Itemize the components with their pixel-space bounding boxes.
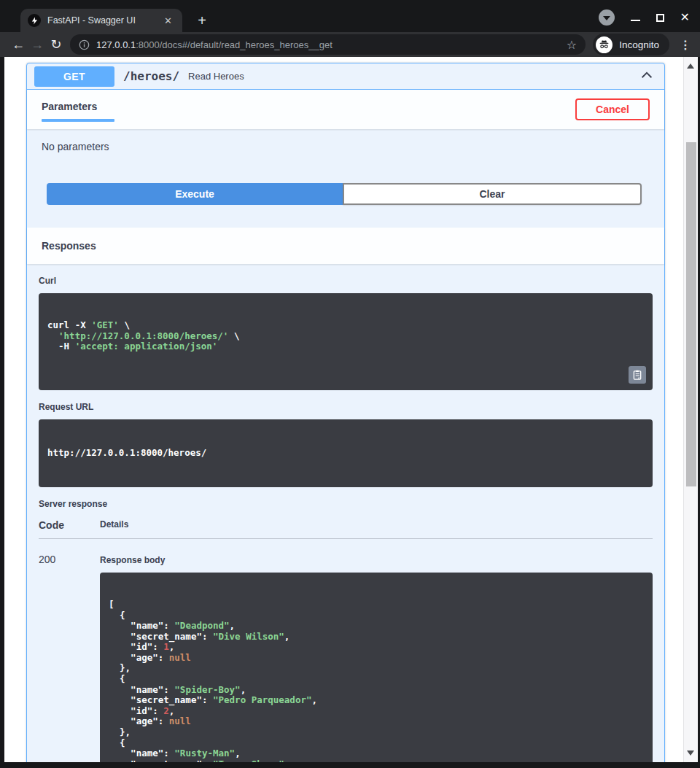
browser-window: FastAPI - Swagger UI ✕ + ✕ ← → ↻ 127.0.0… bbox=[0, 0, 700, 768]
code-line: "age": null bbox=[109, 716, 644, 727]
fastapi-favicon-icon bbox=[28, 14, 41, 27]
new-tab-button[interactable]: + bbox=[192, 12, 211, 31]
code-line: "name": "Deadpond", bbox=[109, 621, 644, 632]
server-response-label: Server response bbox=[39, 499, 653, 509]
response-body-json: [ { "name": "Deadpond", "secret_name": "… bbox=[109, 600, 644, 762]
status-code: 200 bbox=[39, 554, 100, 762]
operation-path: /heroes/ bbox=[123, 69, 179, 83]
titlebar: FastAPI - Swagger UI ✕ + ✕ bbox=[0, 0, 700, 32]
active-tab-underline bbox=[42, 119, 114, 122]
maximize-button[interactable] bbox=[656, 14, 664, 22]
code-line: [ bbox=[109, 600, 644, 610]
back-icon[interactable]: ← bbox=[9, 37, 28, 53]
forward-icon[interactable]: → bbox=[28, 37, 47, 53]
scroll-up-icon[interactable] bbox=[687, 63, 694, 69]
url-path: :8000/docs#/default/read_heroes_heroes__… bbox=[136, 39, 332, 50]
responses-body: Curl curl -X 'GET' \ 'http://127.0.0.1:8… bbox=[27, 276, 664, 762]
parameters-title: Parameters bbox=[42, 101, 114, 112]
responses-title: Responses bbox=[42, 240, 96, 252]
window-close-button[interactable]: ✕ bbox=[680, 12, 690, 23]
copy-curl-button[interactable] bbox=[629, 366, 646, 384]
code-line: { bbox=[109, 674, 644, 685]
browser-update-icon[interactable] bbox=[599, 9, 615, 26]
incognito-icon bbox=[596, 36, 612, 53]
response-details-cell: Response body [ { "name": "Deadpond", "s… bbox=[100, 554, 653, 762]
window-controls: ✕ bbox=[599, 9, 690, 26]
execute-button-row: Execute Clear bbox=[47, 183, 642, 205]
page-viewport: GET /heroes/ Read Heroes Parameters Canc… bbox=[4, 57, 698, 762]
reload-icon[interactable]: ↻ bbox=[47, 36, 66, 53]
code-line: 'http://127.0.0.1:8000/heroes/' \ bbox=[47, 331, 644, 342]
details-column-header: Details bbox=[100, 519, 128, 531]
code-line: curl -X 'GET' \ bbox=[47, 320, 644, 331]
response-row: 200 Response body [ { "name": "Deadpond"… bbox=[39, 554, 653, 762]
incognito-label: Incognito bbox=[619, 39, 659, 50]
curl-label: Curl bbox=[39, 276, 653, 286]
browser-tab[interactable]: FastAPI - Swagger UI ✕ bbox=[20, 9, 182, 32]
curl-command-block: curl -X 'GET' \ 'http://127.0.0.1:8000/h… bbox=[39, 293, 653, 390]
request-url-label: Request URL bbox=[39, 402, 653, 412]
http-method-badge: GET bbox=[34, 66, 114, 87]
page-scrollbar[interactable] bbox=[683, 57, 698, 762]
curl-command-text: curl -X 'GET' \ 'http://127.0.0.1:8000/h… bbox=[47, 320, 644, 352]
collapse-operation-button[interactable] bbox=[637, 68, 657, 85]
bookmark-star-icon[interactable]: ☆ bbox=[567, 38, 577, 52]
scrollbar-thumb[interactable] bbox=[686, 142, 696, 486]
page-info-icon[interactable] bbox=[79, 39, 90, 50]
no-parameters-text: No parameters bbox=[27, 129, 664, 152]
operation-header[interactable]: GET /heroes/ Read Heroes bbox=[27, 63, 664, 90]
execute-button[interactable]: Execute bbox=[47, 183, 343, 205]
minimize-button[interactable] bbox=[631, 20, 640, 21]
clipboard-icon bbox=[633, 370, 642, 380]
incognito-badge: Incognito bbox=[593, 34, 669, 55]
browser-toolbar: ← → ↻ 127.0.0.1:8000/docs#/default/read_… bbox=[0, 32, 700, 57]
parameters-section-header: Parameters Cancel bbox=[27, 90, 664, 129]
cancel-button[interactable]: Cancel bbox=[575, 98, 650, 120]
tab-title: FastAPI - Swagger UI bbox=[47, 15, 161, 26]
code-line: "name": "Spider-Boy", bbox=[109, 685, 644, 696]
response-table-header: Code Details bbox=[39, 519, 653, 539]
clear-button[interactable]: Clear bbox=[343, 183, 642, 205]
chevron-up-icon bbox=[641, 71, 653, 79]
code-line: http://127.0.0.1:8000/heroes/ bbox=[47, 448, 644, 459]
code-line: "secret_name": "Pedro Parqueador", bbox=[109, 695, 644, 706]
code-line: }, bbox=[109, 663, 644, 674]
tab-close-icon[interactable]: ✕ bbox=[161, 14, 175, 28]
url-text: 127.0.0.1:8000/docs#/default/read_heroes… bbox=[96, 39, 561, 50]
code-line: "name": "Rusty-Man", bbox=[109, 748, 644, 759]
request-url-text: http://127.0.0.1:8000/heroes/ bbox=[47, 448, 644, 459]
address-bar[interactable]: 127.0.0.1:8000/docs#/default/read_heroes… bbox=[70, 34, 586, 55]
responses-section-header: Responses bbox=[27, 228, 664, 264]
code-line: "secret_name": "Dive Wilson", bbox=[109, 632, 644, 643]
response-body-label: Response body bbox=[100, 555, 653, 565]
url-host: 127.0.0.1 bbox=[96, 39, 136, 50]
code-line: "id": 2, bbox=[109, 706, 644, 717]
request-url-block: http://127.0.0.1:8000/heroes/ bbox=[39, 419, 653, 487]
code-line: "id": 1, bbox=[109, 642, 644, 653]
scroll-down-icon[interactable] bbox=[687, 750, 694, 756]
operation-block-get-heroes: GET /heroes/ Read Heroes Parameters Canc… bbox=[26, 63, 665, 762]
code-line: "secret_name": "Tommy Sharp", bbox=[109, 759, 644, 762]
code-column-header: Code bbox=[39, 519, 100, 531]
browser-menu-icon[interactable]: ⋮ bbox=[680, 38, 691, 52]
response-body-block: [ { "name": "Deadpond", "secret_name": "… bbox=[100, 573, 653, 762]
operation-summary: Read Heroes bbox=[188, 71, 637, 82]
code-line: -H 'accept: application/json' bbox=[47, 341, 644, 352]
code-line: }, bbox=[109, 727, 644, 738]
code-line: { bbox=[109, 610, 644, 621]
code-line: { bbox=[109, 738, 644, 749]
code-line: "age": null bbox=[109, 653, 644, 664]
tab-parameters[interactable]: Parameters bbox=[42, 101, 114, 122]
